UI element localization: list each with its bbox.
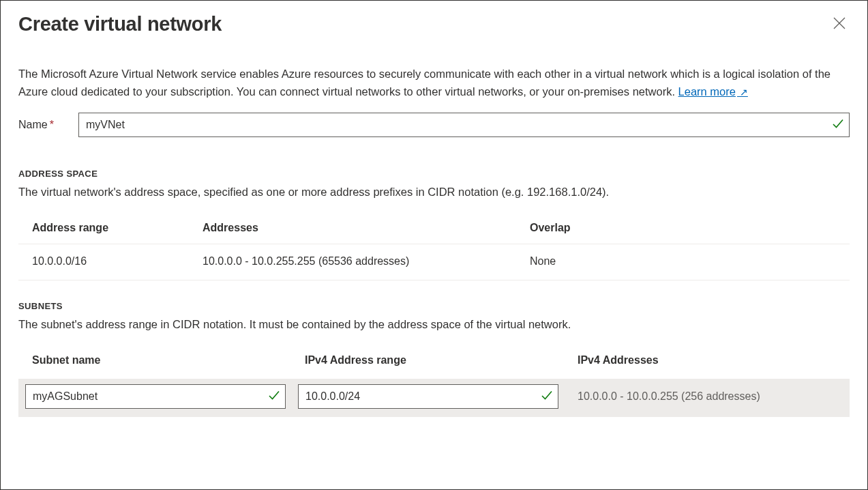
col-address-range: Address range bbox=[18, 216, 189, 244]
intro-text: The Microsoft Azure Virtual Network serv… bbox=[18, 66, 843, 100]
col-ipv4-range: IPv4 Address range bbox=[291, 349, 564, 379]
create-vnet-panel: Create virtual network The Microsoft Azu… bbox=[0, 0, 868, 490]
subnets-heading: SUBNETS bbox=[18, 301, 850, 311]
subnets-header-row: Subnet name IPv4 Address range IPv4 Addr… bbox=[18, 349, 850, 379]
learn-more-link[interactable]: Learn more ↗ bbox=[678, 85, 748, 98]
name-label: Name* bbox=[18, 119, 78, 131]
required-indicator: * bbox=[50, 119, 54, 130]
subnet-name-input[interactable] bbox=[25, 384, 286, 409]
external-link-icon: ↗ bbox=[737, 87, 748, 98]
col-ipv4-addresses: IPv4 Addresses bbox=[564, 349, 850, 379]
close-icon bbox=[833, 17, 845, 29]
subnet-addresses-text: 10.0.0.0 - 10.0.0.255 (256 addresses) bbox=[571, 390, 760, 402]
address-space-table: Address range Addresses Overlap 10.0.0.0… bbox=[18, 216, 850, 280]
subnet-range-cell bbox=[291, 379, 564, 417]
subnet-name-cell bbox=[18, 379, 291, 417]
cell-overlap: None bbox=[516, 244, 850, 280]
cell-range: 10.0.0.0/16 bbox=[18, 244, 189, 280]
col-overlap: Overlap bbox=[516, 216, 850, 244]
col-subnet-name: Subnet name bbox=[18, 349, 291, 379]
name-input-wrap bbox=[78, 113, 850, 137]
name-input[interactable] bbox=[78, 113, 850, 137]
panel-header: Create virtual network bbox=[18, 13, 850, 66]
subnet-addresses-cell: 10.0.0.0 - 10.0.0.255 (256 addresses) bbox=[564, 379, 850, 417]
address-space-heading: ADDRESS SPACE bbox=[18, 169, 850, 179]
name-field-row: Name* bbox=[18, 113, 850, 137]
address-space-row: 10.0.0.0/16 10.0.0.0 - 10.0.255.255 (655… bbox=[18, 244, 850, 280]
close-button[interactable] bbox=[829, 13, 850, 33]
address-space-desc: The virtual network's address space, spe… bbox=[18, 186, 850, 199]
subnet-row: 10.0.0.0 - 10.0.0.255 (256 addresses) bbox=[18, 379, 850, 417]
subnets-desc: The subnet's address range in CIDR notat… bbox=[18, 318, 850, 331]
cell-addresses: 10.0.0.0 - 10.0.255.255 (65536 addresses… bbox=[189, 244, 516, 280]
subnet-range-input[interactable] bbox=[298, 384, 558, 409]
col-addresses: Addresses bbox=[189, 216, 516, 244]
subnets-table: Subnet name IPv4 Address range IPv4 Addr… bbox=[18, 349, 850, 417]
address-space-header-row: Address range Addresses Overlap bbox=[18, 216, 850, 244]
panel-title: Create virtual network bbox=[18, 13, 222, 35]
